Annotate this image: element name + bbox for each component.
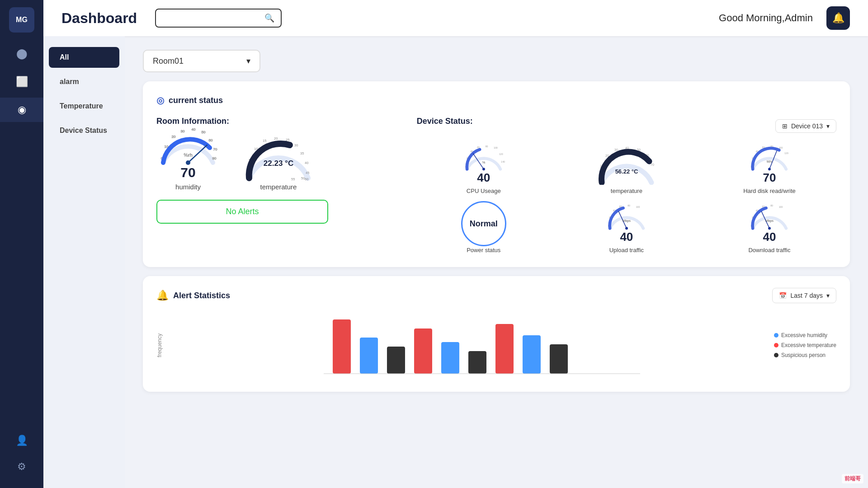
upload-gauge-item: 02040 6080100 Mbps [560, 203, 693, 253]
cpu-label: CPU Useage [467, 188, 501, 194]
nav-temperature-button[interactable]: Temperature [49, 96, 119, 117]
svg-rect-77 [441, 342, 459, 374]
nav-alarm-button[interactable]: alarm [49, 71, 119, 92]
svg-rect-73 [333, 319, 351, 374]
main-area: Dashboard 🔍 Good Morning,Admin 🔔 All ala… [43, 0, 868, 488]
svg-point-34 [482, 168, 485, 170]
room-dropdown[interactable]: Room01 ▾ [143, 50, 260, 72]
power-label: Power status [467, 247, 500, 253]
sidebar-item-camera[interactable]: ⬤ [0, 42, 43, 66]
current-status-title: current status [169, 96, 223, 105]
svg-text:20: 20 [274, 136, 278, 141]
svg-text:100: 100 [494, 146, 498, 149]
sidebar: MG ⬤ ⬜ ◉ 👤 ⚙ [0, 0, 43, 488]
svg-rect-74 [360, 338, 378, 374]
sidebar-item-monitor[interactable]: ⬜ [0, 70, 43, 94]
legend-item-temperature: Excessive temperature [774, 342, 836, 348]
sidebar-item-chart[interactable]: ◉ [0, 98, 43, 122]
svg-point-71 [768, 227, 771, 230]
alert-stats-label: Alert Statistics [173, 291, 230, 300]
device-temp-gauge-item: 01020 304050 6070 56.22 °C temperature [560, 144, 693, 194]
svg-text:120: 120 [784, 152, 788, 155]
svg-text:100: 100 [779, 206, 783, 208]
svg-text:40: 40 [192, 127, 196, 131]
upload-gauge-wrap: 02040 6080100 Mbps [599, 203, 654, 244]
sidebar-item-settings[interactable]: ⚙ [0, 455, 43, 479]
power-gauge-item: Normal Power status [417, 203, 551, 253]
date-range-selector[interactable]: 📅 Last 7 days ▾ [772, 288, 836, 303]
alert-statistics-panel: 🔔 Alert Statistics 📅 Last 7 days ▾ frequ… [143, 276, 850, 392]
svg-rect-81 [550, 344, 568, 374]
download-label: Download traffic [748, 247, 790, 253]
svg-text:Mbps: Mbps [623, 219, 631, 223]
device-selector-dropdown[interactable]: ⊞ Device 013 ▾ [775, 119, 836, 133]
device-temp-gauge-svg: 01020 304050 6070 56.22 °C [597, 146, 656, 185]
notification-bell-button[interactable]: 🔔 [826, 6, 850, 30]
svg-text:140: 140 [501, 160, 505, 163]
download-gauge-wrap: 02040 6080100 Mbps 40 [742, 203, 797, 244]
monitor-icon: ⬜ [16, 76, 28, 88]
cpu-gauge-svg: 02040 6080100 120140 % [457, 144, 511, 171]
disk-label: Hard disk read/write [743, 188, 796, 194]
svg-text:20: 20 [172, 135, 176, 139]
svg-rect-78 [468, 351, 486, 374]
temperature-gauge-wrap: 0 5 10 15 20 25 30 35 40 [242, 135, 315, 180]
device-grid-icon: ⊞ [782, 122, 788, 130]
svg-text:35: 35 [300, 151, 304, 155]
dropdown-chevron-icon: ▾ [246, 56, 250, 66]
svg-text:30: 30 [181, 129, 185, 133]
room-gauges-row: 0 10 20 30 40 50 60 70 9 [156, 135, 390, 191]
search-icon: 🔍 [264, 13, 274, 23]
legend-dot-temperature [774, 343, 778, 347]
legend-item-person: Suspicious person [774, 352, 836, 358]
header: Dashboard 🔍 Good Morning,Admin 🔔 [43, 0, 868, 36]
cpu-gauge-item: 02040 6080100 120140 % [417, 144, 551, 194]
svg-text:M/s: M/s [767, 160, 772, 164]
device-selected-value: Device 013 [791, 122, 823, 130]
bell-icon: 🔔 [832, 12, 844, 24]
humidity-unit-label: %rh [184, 152, 193, 158]
humidity-gauge-svg: 0 10 20 30 40 50 60 70 9 [156, 124, 220, 165]
legend-item-humidity: Excessive humidity [774, 332, 836, 338]
download-value: 40 [763, 230, 776, 244]
download-gauge-item: 02040 6080100 Mbps 40 [703, 203, 836, 253]
cpu-gauge-wrap: 02040 6080100 120140 % [457, 144, 511, 185]
nav-device-status-button[interactable]: Device Status [49, 120, 119, 141]
svg-text:100: 100 [636, 206, 640, 208]
humidity-value: 70 [180, 165, 195, 180]
download-gauge-svg: 02040 6080100 Mbps [742, 203, 797, 230]
alert-chart-svg [181, 310, 756, 378]
no-alerts-badge: No Alerts [156, 200, 328, 224]
svg-point-10 [186, 160, 190, 165]
current-status-panel: ◎ current status Room Information: [143, 81, 850, 267]
device-status-label: Device Status: [417, 117, 473, 126]
device-temp-label: temperature [611, 188, 642, 194]
svg-text:%: % [482, 160, 485, 164]
date-chevron-icon: ▾ [826, 292, 830, 299]
device-temp-gauge-wrap: 01020 304050 6070 56.22 °C [597, 144, 656, 185]
left-nav: All alarm Temperature Device Status [43, 36, 125, 488]
device-status-header: Device Status: ⊞ Device 013 ▾ [417, 117, 836, 135]
humidity-gauge-container: 0 10 20 30 40 50 60 70 9 [156, 135, 220, 191]
panel-title: ◎ current status [156, 95, 836, 106]
sidebar-item-user[interactable]: 👤 [0, 428, 43, 453]
search-box[interactable]: 🔍 [155, 9, 282, 28]
svg-text:55: 55 [291, 177, 295, 181]
greeting-text: Good Morning,Admin [719, 12, 813, 24]
calendar-icon: 📅 [779, 292, 787, 299]
legend-label-temperature: Excessive temperature [781, 342, 836, 348]
nav-all-button[interactable]: All [49, 47, 119, 68]
svg-text:50: 50 [202, 130, 206, 134]
power-gauge-wrap: Normal [457, 203, 511, 244]
search-input[interactable] [162, 14, 261, 22]
sidebar-logo: MG [9, 7, 34, 33]
alert-stats-header: 🔔 Alert Statistics 📅 Last 7 days ▾ [156, 288, 836, 303]
svg-text:70: 70 [651, 163, 654, 166]
svg-point-53 [768, 168, 771, 170]
room-selected-value: Room01 [153, 56, 184, 66]
svg-text:70: 70 [213, 147, 217, 151]
watermark: 前端哥 [842, 474, 863, 483]
alert-stats-title: 🔔 Alert Statistics [156, 290, 230, 301]
logo-text: MG [16, 16, 28, 24]
power-value: Normal [470, 219, 498, 229]
